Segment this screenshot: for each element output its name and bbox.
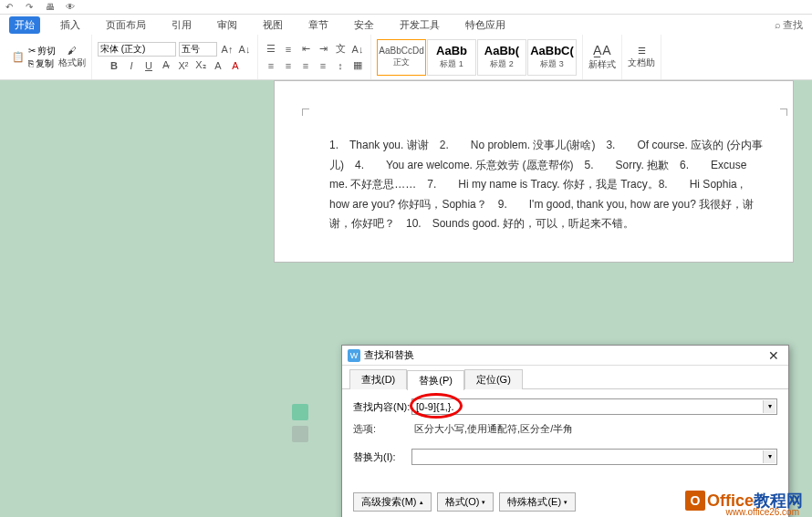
search-box[interactable]: ⌕ 查找 <box>775 18 803 32</box>
chevron-up-icon: ▴ <box>420 499 423 506</box>
align-left-icon[interactable]: ≡ <box>264 58 278 73</box>
style-h1[interactable]: AaBb 标题 1 <box>427 39 476 76</box>
format-painter-label: 格式刷 <box>58 57 86 69</box>
align-right-icon[interactable]: ≡ <box>298 58 313 73</box>
format-button[interactable]: 格式(O)▾ <box>437 492 494 512</box>
text-icon[interactable]: 文 <box>333 42 348 57</box>
advanced-search-button[interactable]: 高级搜索(M)▴ <box>353 492 432 512</box>
tab-review[interactable]: 审阅 <box>212 16 243 34</box>
underline-icon[interactable]: U <box>141 58 156 73</box>
doc-assist-icon: ☰ <box>638 46 646 56</box>
doc-assist-button[interactable]: ☰ 文档助 <box>628 46 655 69</box>
indent-inc-icon[interactable]: ⇥ <box>316 42 330 57</box>
replace-with-input[interactable]: ▾ <box>411 449 777 465</box>
dialog-tab-goto[interactable]: 定位(G) <box>464 369 523 389</box>
new-style-button[interactable]: A̲A 新样式 <box>588 43 616 71</box>
side-tools <box>292 404 308 442</box>
side-tool-1[interactable] <box>292 404 308 420</box>
chevron-down-icon: ▾ <box>482 499 485 506</box>
document-area: 1. Thank you. 谢谢 2. No problem. 没事儿(谢啥) … <box>0 80 812 517</box>
find-content-label: 查找内容(N): <box>353 400 411 414</box>
list-bullet-icon[interactable]: ☰ <box>264 42 278 57</box>
subscript-icon[interactable]: X₂ <box>193 58 208 73</box>
side-tool-2[interactable] <box>292 426 308 442</box>
dialog-title: 查找和替换 <box>364 348 414 362</box>
replace-with-label: 替换为(I): <box>353 450 411 464</box>
tab-security[interactable]: 安全 <box>349 16 380 34</box>
font-size-select[interactable]: 五号 <box>179 42 217 57</box>
document-page[interactable]: 1. Thank you. 谢谢 2. No problem. 没事儿(谢啥) … <box>274 80 794 263</box>
special-format-button[interactable]: 特殊格式(E)▾ <box>499 492 576 512</box>
brush-icon: 🖌 <box>68 46 77 56</box>
style-normal[interactable]: AaBbCcDd 正文 <box>377 39 426 76</box>
new-style-icon: A̲A <box>593 43 610 57</box>
dialog-tab-replace[interactable]: 替换(P) <box>407 370 464 390</box>
tab-reference[interactable]: 引用 <box>166 16 197 34</box>
copy-label: 复制 <box>36 57 54 70</box>
bold-icon[interactable]: B <box>107 58 121 73</box>
options-label: 选项: <box>353 422 399 436</box>
forward-icon[interactable]: ↷ <box>26 2 36 13</box>
tab-insert[interactable]: 插入 <box>55 16 86 34</box>
indent-dec-icon[interactable]: ⇤ <box>298 42 313 57</box>
style-h2[interactable]: AaBb( 标题 2 <box>477 39 526 76</box>
tab-feature[interactable]: 特色应用 <box>460 16 511 34</box>
strike-icon[interactable]: A̶ <box>159 58 173 73</box>
increase-font-icon[interactable]: A↑ <box>220 42 234 57</box>
paste-icon[interactable]: 📋 <box>11 50 26 65</box>
tab-layout[interactable]: 页面布局 <box>100 16 151 34</box>
format-painter-button[interactable]: 🖌 格式刷 <box>58 46 86 69</box>
watermark-url: www.office26.com <box>726 507 799 517</box>
menu-bar: 开始 插入 页面布局 引用 审阅 视图 章节 安全 开发工具 特色应用 ⌕ 查找 <box>0 15 812 35</box>
find-content-input[interactable]: [0-9]{1,}. ▾ <box>411 398 777 415</box>
list-number-icon[interactable]: ≡ <box>281 42 296 57</box>
sort-icon[interactable]: A↓ <box>350 42 365 57</box>
cut-label: 剪切 <box>37 45 56 57</box>
chevron-down-icon: ▾ <box>564 499 567 506</box>
chevron-down-icon[interactable]: ▾ <box>763 400 776 413</box>
quick-access-toolbar: ↶ ↷ 🖶 👁 <box>0 0 812 15</box>
dialog-titlebar[interactable]: W 查找和替换 ✕ <box>342 346 788 366</box>
tab-view[interactable]: 视图 <box>257 16 288 34</box>
highlight-icon[interactable]: A <box>211 58 225 73</box>
copy-icon[interactable]: ⎘ <box>28 58 34 68</box>
margin-corner-icon <box>302 109 309 116</box>
search-label: 查找 <box>783 18 803 32</box>
back-icon[interactable]: ↶ <box>5 2 16 13</box>
margin-corner-r-icon <box>780 109 787 116</box>
align-justify-icon[interactable]: ≡ <box>316 58 330 73</box>
dialog-tab-find[interactable]: 查找(D) <box>349 369 407 389</box>
tab-dev[interactable]: 开发工具 <box>394 16 445 34</box>
tab-start[interactable]: 开始 <box>9 16 40 34</box>
style-h3[interactable]: AaBbC( 标题 3 <box>527 39 577 76</box>
ribbon: 📋 ✂剪切 ⎘复制 🖌 格式刷 宋体 (正文) 五号 A↑ A↓ B I U A… <box>0 35 812 80</box>
search-icon: ⌕ <box>775 19 781 30</box>
italic-icon[interactable]: I <box>124 58 139 73</box>
decrease-font-icon[interactable]: A↓ <box>237 42 252 57</box>
font-color-icon[interactable]: A <box>228 58 243 73</box>
dialog-icon: W <box>348 349 360 362</box>
options-value: 区分大小写,使用通配符,区分全/半角 <box>414 423 573 434</box>
style-gallery[interactable]: AaBbCcDd 正文 AaBb 标题 1 AaBb( 标题 2 AaBbC( … <box>377 39 577 76</box>
dialog-tabs: 查找(D) 替换(P) 定位(G) <box>342 366 788 389</box>
cut-icon[interactable]: ✂ <box>28 46 36 56</box>
shading-icon[interactable]: ▦ <box>350 58 365 73</box>
line-spacing-icon[interactable]: ↕ <box>333 58 348 73</box>
close-icon[interactable]: ✕ <box>765 348 783 363</box>
preview-icon[interactable]: 👁 <box>66 2 77 13</box>
document-body-text[interactable]: 1. Thank you. 谢谢 2. No problem. 没事儿(谢啥) … <box>329 136 765 234</box>
office-logo-icon: O <box>685 491 705 511</box>
superscript-icon[interactable]: X² <box>176 58 191 73</box>
print-icon[interactable]: 🖶 <box>46 2 57 13</box>
align-center-icon[interactable]: ≡ <box>281 58 296 73</box>
tab-section[interactable]: 章节 <box>303 16 334 34</box>
font-name-select[interactable]: 宋体 (正文) <box>98 42 176 57</box>
chevron-down-icon[interactable]: ▾ <box>763 450 776 463</box>
